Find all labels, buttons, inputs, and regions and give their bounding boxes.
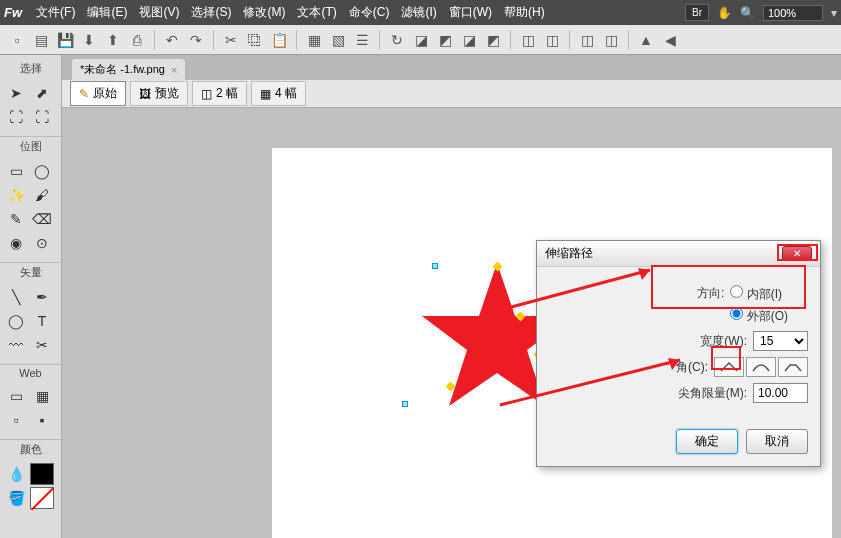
back-icon[interactable]: ◩ [482,29,504,51]
crop-tool[interactable]: ⛶ [30,106,54,128]
tool-b-icon[interactable]: ◫ [541,29,563,51]
svg-line-3 [500,360,680,405]
undo-icon[interactable]: ↶ [161,29,183,51]
eraser-tool[interactable]: ⌫ [30,208,54,230]
menu-help[interactable]: 帮助(H) [504,4,545,21]
save-icon[interactable]: 💾 [54,29,76,51]
paste-icon[interactable]: 📋 [268,29,290,51]
search-icon[interactable]: 🔍 [740,6,755,20]
lasso-tool[interactable]: ◯ [30,160,54,182]
ok-button[interactable]: 确定 [676,429,738,454]
menu-select[interactable]: 选择(S) [191,4,231,21]
open-icon[interactable]: ▤ [30,29,52,51]
cut-icon[interactable]: ✂ [220,29,242,51]
rotate-icon[interactable]: ↻ [386,29,408,51]
align-icon[interactable]: ☰ [351,29,373,51]
select-header: 选择 [0,59,61,78]
hotspot-tool[interactable]: ▭ [4,385,28,407]
tab-title: *未命名 -1.fw.png [80,62,165,77]
view-preview[interactable]: 🖼预览 [130,81,188,106]
view-bar: ✎原始 🖼预览 ◫2 幅 ▦4 幅 [62,80,841,108]
menu-view[interactable]: 视图(V) [139,4,179,21]
pen-tool[interactable]: ✒ [30,286,54,308]
selection-handle[interactable] [432,263,438,269]
wand-tool[interactable]: ✨ [4,184,28,206]
ungroup-icon[interactable]: ▧ [327,29,349,51]
backward-icon[interactable]: ◪ [458,29,480,51]
group-icon[interactable]: ▦ [303,29,325,51]
annotation-highlight [711,346,741,370]
bucket-tool[interactable]: 🪣 [4,487,28,509]
radio-outside[interactable]: 外部(O) [730,307,788,325]
main-toolbar: ▫ ▤ 💾 ⬇ ⬆ ⎙ ↶ ↷ ✂ ⿻ 📋 ▦ ▧ ☰ ↻ ◪ ◩ ◪ ◩ ◫ … [0,25,841,55]
view-4up[interactable]: ▦4 幅 [251,81,306,106]
show-tool[interactable]: ▪ [30,409,54,431]
forward-icon[interactable]: ◩ [434,29,456,51]
stroke-color[interactable] [30,463,54,485]
dropdown-icon[interactable]: ▾ [831,6,837,20]
blur-tool[interactable]: ◉ [4,232,28,254]
web-header: Web [0,364,61,381]
annotation-arrow [490,355,690,415]
document-tab[interactable]: *未命名 -1.fw.png × [72,59,185,80]
annotation-arrow [490,260,670,320]
document-tabbar: *未命名 -1.fw.png × [62,55,841,80]
knife-tool[interactable]: ✂ [30,334,54,356]
pointer-tool[interactable]: ➤ [4,82,28,104]
miter-input[interactable] [753,383,808,403]
scale-tool[interactable]: ⛶ [4,106,28,128]
menubar: Fw 文件(F) 编辑(E) 视图(V) 选择(S) 修改(M) 文本(T) 命… [0,0,841,25]
color-header: 颜色 [0,439,61,459]
brush-tool[interactable]: 🖌 [30,184,54,206]
hand-icon[interactable]: ✋ [717,6,732,20]
menu-edit[interactable]: 编辑(E) [87,4,127,21]
import-icon[interactable]: ⬇ [78,29,100,51]
close-tab-icon[interactable]: × [171,64,177,76]
text-tool[interactable]: T [30,310,54,332]
tool-a-icon[interactable]: ◫ [517,29,539,51]
svg-line-1 [500,270,650,310]
selection-handle[interactable] [402,401,408,407]
annotation-highlight [651,265,806,309]
marquee-tool[interactable]: ▭ [4,160,28,182]
freeform-tool[interactable]: 〰 [4,334,28,356]
corner-round[interactable] [746,357,776,377]
view-original[interactable]: ✎原始 [70,81,126,106]
fill-color[interactable] [30,487,54,509]
corner-bevel[interactable] [778,357,808,377]
shape-tool[interactable]: ◯ [4,310,28,332]
bridge-icon[interactable]: Br [685,4,709,21]
vector-header: 矢量 [0,262,61,282]
menu-window[interactable]: 窗口(W) [449,4,492,21]
menu-text[interactable]: 文本(T) [297,4,336,21]
flip-v-icon[interactable]: ◀ [659,29,681,51]
menu-file[interactable]: 文件(F) [36,4,75,21]
eyedropper-tool[interactable]: 💧 [4,463,28,485]
cancel-button[interactable]: 取消 [746,429,808,454]
view-2up[interactable]: ◫2 幅 [192,81,247,106]
menu-modify[interactable]: 修改(M) [243,4,285,21]
hide-tool[interactable]: ▫ [4,409,28,431]
tool-d-icon[interactable]: ◫ [600,29,622,51]
front-icon[interactable]: ◪ [410,29,432,51]
flip-h-icon[interactable]: ▲ [635,29,657,51]
app-logo: Fw [4,5,22,20]
annotation-highlight [777,244,818,261]
redo-icon[interactable]: ↷ [185,29,207,51]
zoom-input[interactable] [763,5,823,21]
width-select[interactable]: 15 [753,331,808,351]
bitmap-header: 位图 [0,136,61,156]
line-tool[interactable]: ╲ [4,286,28,308]
new-icon[interactable]: ▫ [6,29,28,51]
subselect-tool[interactable]: ⬈ [30,82,54,104]
copy-icon[interactable]: ⿻ [244,29,266,51]
tools-panel: 选择 ➤⬈ ⛶⛶ 位图 ▭◯ ✨🖌 ✎⌫ ◉⊙ 矢量 ╲✒ ◯T 〰✂ Web … [0,55,62,538]
pencil-tool[interactable]: ✎ [4,208,28,230]
tool-c-icon[interactable]: ◫ [576,29,598,51]
print-icon[interactable]: ⎙ [126,29,148,51]
menu-filter[interactable]: 滤镜(I) [401,4,436,21]
menu-command[interactable]: 命令(C) [349,4,390,21]
slice-tool[interactable]: ▦ [30,385,54,407]
export-icon[interactable]: ⬆ [102,29,124,51]
stamp-tool[interactable]: ⊙ [30,232,54,254]
